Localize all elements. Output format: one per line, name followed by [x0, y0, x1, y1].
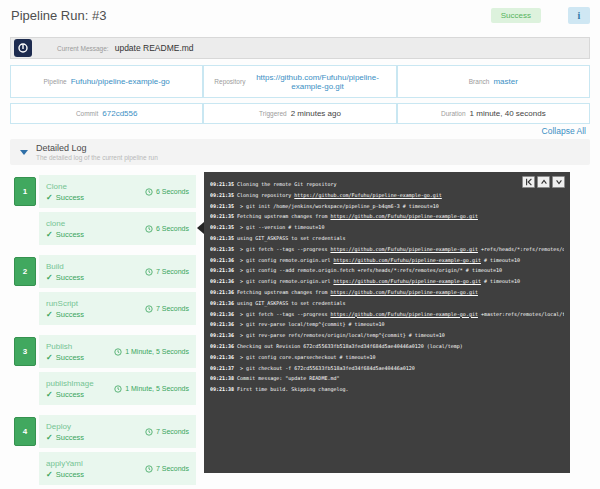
- log-line: 09:21:36 > git config remote.origin.url …: [210, 276, 564, 287]
- step-card-status-label: Success: [56, 310, 84, 319]
- clock-icon: [145, 188, 153, 196]
- status-badge: Success: [491, 8, 541, 23]
- stage-card-status: ✓Success: [46, 193, 84, 202]
- step-card-status-label: Success: [56, 390, 84, 399]
- meta-cell-repository: Repository https://github.com/Fufuhu/pip…: [202, 66, 395, 97]
- step-card-info: applyYaml✓Success: [46, 459, 84, 479]
- repository-label: Repository: [214, 78, 245, 85]
- scroll-to-start-button[interactable]: [522, 176, 535, 188]
- log-timestamp: 09:21:35: [210, 181, 234, 187]
- caret-down-icon: [20, 150, 28, 155]
- log-text: Commit message: "update README.md": [237, 375, 339, 381]
- clock-icon: [145, 465, 153, 473]
- log-timestamp: 09:21:36: [210, 278, 234, 284]
- pipeline-label: Pipeline: [44, 78, 67, 85]
- log-link[interactable]: https://github.com/Fufuhu/pipeline-examp…: [333, 278, 481, 284]
- console-controls: [522, 176, 565, 188]
- log-text: > git rev-parse refs/remotes/origin/loca…: [237, 332, 445, 338]
- log-timestamp: 09:21:36: [210, 311, 234, 317]
- log-timestamp: 09:21:35: [210, 235, 234, 241]
- log-text: > git init /home/jenkins/workspace/pipel…: [237, 203, 439, 209]
- log-text: > git config core.sparsecheckout # timeo…: [237, 354, 375, 360]
- step-row: clone✓Success6 Seconds: [39, 212, 196, 245]
- log-line: 09:21:36using GIT_ASKPASS to set credent…: [210, 298, 564, 309]
- log-line: 09:21:35Cloning the remote Git repositor…: [210, 179, 564, 190]
- stage-card-duration: 7 Seconds: [145, 268, 189, 276]
- log-link[interactable]: https://github.com/Fufuhu/pipeline-examp…: [330, 213, 478, 219]
- step-card[interactable]: publishImage✓Success1 Minute, 5 Seconds: [39, 372, 196, 405]
- stage-card-status: ✓Success: [46, 433, 84, 442]
- scroll-up-button[interactable]: [537, 176, 550, 188]
- log-link[interactable]: https://github.com/Fufuhu/pipeline-examp…: [330, 289, 478, 295]
- stage-card-title: Clone: [46, 182, 84, 191]
- info-button[interactable]: i: [568, 7, 590, 24]
- log-link[interactable]: https://github.com/Fufuhu/pipeline-examp…: [330, 311, 478, 317]
- repository-link[interactable]: https://github.com/Fufuhu/pipeline-examp…: [249, 73, 385, 91]
- scroll-down-button[interactable]: [552, 176, 565, 188]
- step-card-duration: 6 Seconds: [145, 225, 189, 233]
- check-icon: ✓: [46, 193, 53, 202]
- stage-card-duration-label: 7 Seconds: [156, 428, 189, 435]
- log-timestamp: 09:21:36: [210, 321, 234, 327]
- step-row: applyYaml✓Success7 Seconds: [39, 452, 196, 485]
- stage-card[interactable]: Deploy✓Success7 Seconds: [39, 415, 196, 448]
- log-timestamp: 09:21:36: [210, 267, 234, 273]
- check-icon: ✓: [46, 273, 53, 282]
- stage-card[interactable]: Publish✓Success1 Minute, 5 Seconds: [39, 335, 196, 368]
- stage-row: 3Publish✓Success1 Minute, 5 Seconds: [14, 335, 196, 368]
- log-text: # timeout=10: [481, 257, 520, 263]
- check-icon: ✓: [46, 390, 53, 399]
- step-card-title: applyYaml: [46, 459, 84, 468]
- stage-card[interactable]: Clone✓Success6 Seconds: [39, 175, 196, 208]
- commit-link[interactable]: 672cd556: [102, 109, 137, 118]
- console-log[interactable]: 09:21:35Cloning the remote Git repositor…: [204, 172, 570, 473]
- log-line: 09:21:36 > git config remote.origin.url …: [210, 255, 564, 266]
- log-text: using GIT_ASKPASS to set credentials: [237, 235, 345, 241]
- log-line: 09:21:35 > git init /home/jenkins/worksp…: [210, 201, 564, 212]
- triggered-label: Triggered: [259, 110, 287, 117]
- step-card[interactable]: runScript✓Success7 Seconds: [39, 292, 196, 325]
- clock-icon: [145, 428, 153, 436]
- log-text: using GIT_ASKPASS to set credentials: [237, 300, 345, 306]
- stage-list: 1Clone✓Success6 Secondsclone✓Success6 Se…: [14, 175, 196, 485]
- stage-row: 4Deploy✓Success7 Seconds: [14, 415, 196, 448]
- stage-number-badge: 4: [14, 417, 36, 446]
- pipeline-meta-row-1: Pipeline Fufuhu/pipeline-example-go Repo…: [10, 65, 590, 98]
- log-line: 09:21:36 > git rev-parse local/temp^{com…: [210, 319, 564, 330]
- stage-card-status-label: Success: [56, 433, 84, 442]
- branch-link[interactable]: master: [493, 77, 517, 86]
- log-link[interactable]: https://github.com/Fufuhu/pipeline-examp…: [333, 257, 481, 263]
- step-card-info: publishImage✓Success: [46, 379, 94, 399]
- clock-icon: [145, 225, 153, 233]
- log-line: 09:21:36 > git fetch --tags --progress h…: [210, 309, 564, 320]
- log-text: Cloning the remote Git repository: [237, 181, 336, 187]
- step-card-title: runScript: [46, 299, 84, 308]
- collapse-all-link[interactable]: Collapse All: [542, 126, 586, 136]
- log-text: Fetching upstream changes from: [237, 213, 330, 219]
- log-line: 09:21:36Fetching upstream changes from h…: [210, 287, 564, 298]
- pipeline-link[interactable]: Fufuhu/pipeline-example-go: [71, 77, 170, 86]
- clock-icon: [145, 268, 153, 276]
- log-line: 09:21:36Checking out Revision 672cd55633…: [210, 341, 564, 352]
- log-text: > git config remote.origin.url: [237, 257, 333, 263]
- step-card[interactable]: clone✓Success6 Seconds: [39, 212, 196, 245]
- duration-value: 1 minute, 40 seconds: [470, 109, 546, 118]
- stage-card-status-label: Success: [56, 353, 84, 362]
- step-row: runScript✓Success7 Seconds: [39, 292, 196, 325]
- step-card-status-label: Success: [56, 470, 84, 479]
- step-card-duration-label: 1 Minute, 5 Seconds: [125, 385, 189, 392]
- stage-card[interactable]: Build✓Success7 Seconds: [39, 255, 196, 288]
- log-text: Cloning repository: [237, 192, 294, 198]
- stage-card-info: Build✓Success: [46, 262, 84, 282]
- check-icon: ✓: [46, 353, 53, 362]
- log-link[interactable]: https://github.com/Fufuhu/pipeline-examp…: [294, 192, 442, 198]
- stage-card-title: Deploy: [46, 422, 84, 431]
- step-card[interactable]: applyYaml✓Success7 Seconds: [39, 452, 196, 485]
- detailed-log-header[interactable]: Detailed Log The detailed log of the cur…: [10, 139, 590, 165]
- step-card-title: clone: [46, 219, 84, 228]
- log-link[interactable]: https://github.com/Fufuhu/pipeline-examp…: [330, 246, 478, 252]
- log-timestamp: 09:21:38: [210, 375, 234, 381]
- check-icon: ✓: [46, 230, 53, 239]
- chevron-up-icon: [540, 178, 548, 186]
- step-row: publishImage✓Success1 Minute, 5 Seconds: [39, 372, 196, 405]
